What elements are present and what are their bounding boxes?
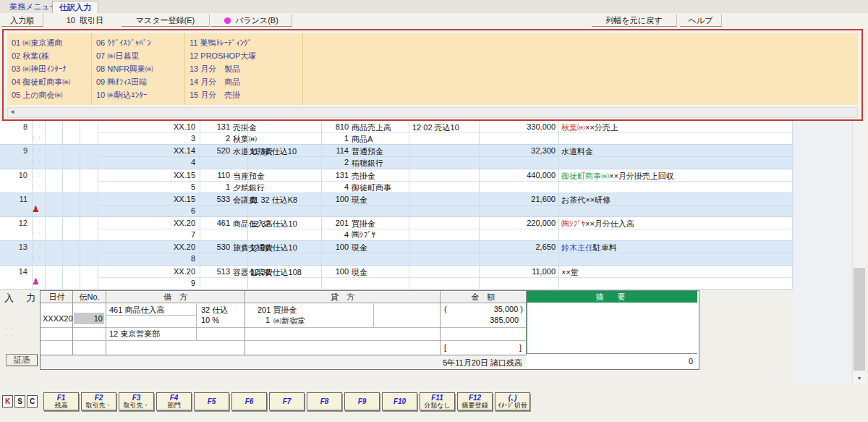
order-value[interactable]: 10 [48, 14, 75, 27]
function-key-F11[interactable]: F11分類なし [420, 392, 455, 410]
entry-seq-number: 4 [122, 158, 195, 166]
fkey-number: F7 [270, 398, 304, 405]
row-number: 10 [0, 171, 27, 180]
tab-bar: 業務メニュー 仕訳入力 [0, 0, 868, 14]
form-date-value[interactable]: XXXX20 [43, 314, 73, 323]
journal-row[interactable]: 13: :: :XX.208530旅費交通費12 32 仕込10100現金2,6… [0, 241, 793, 265]
tax-code: 12 32 仕込108 [250, 267, 302, 278]
lookup-item[interactable]: 09 ㈱ｵﾌｨｽ田端 [96, 75, 180, 88]
row-number: 13 [0, 242, 27, 251]
debit-account-code: 520 [204, 146, 230, 155]
fkey-label: 取引先・ [82, 402, 116, 409]
function-key-F8[interactable]: F8 [307, 392, 342, 410]
side-key-s[interactable]: S [14, 395, 25, 408]
voucher-button[interactable]: 証憑 [6, 354, 38, 366]
lookup-item[interactable]: 03 ㈱神田ｲﾝﾀｰﾅ [12, 62, 87, 75]
function-key-F5[interactable]: F5 [194, 392, 229, 410]
credit-sub-name: 商品A [352, 134, 373, 145]
form-slip-no-value[interactable]: 10 [74, 313, 104, 324]
bracket-close: ] [519, 343, 522, 352]
lookup-item[interactable]: 06 ｳｸﾞｲｽｼﾞｬﾊﾟﾝ [96, 36, 180, 49]
journal-row[interactable]: 11♟XX.156533会議費11 32 仕込K8100現金21,600お茶代×… [0, 193, 793, 217]
lookup-item[interactable]: 01 ㈱東京通商 [12, 36, 87, 49]
fkey-number: F1 [44, 394, 78, 402]
form-credit-account[interactable]: 201 買掛金 [258, 305, 297, 316]
function-key-F12[interactable]: F12摘要登録 [457, 392, 493, 410]
function-key-F4[interactable]: F4部門 [156, 392, 192, 410]
amount: 440,000 [463, 171, 556, 180]
fkey-label: 部門 [157, 402, 191, 409]
journal-row[interactable]: 9: :: :XX.144520水道光熱費11 32 仕込10114普通預金2稲… [0, 145, 793, 169]
fkey-label: 分類なし [420, 402, 454, 409]
function-key-F2[interactable]: F2取引先・ [81, 392, 116, 410]
scroll-down-icon[interactable]: ▼ [853, 373, 866, 384]
scroll-left-icon[interactable]: ◄ [9, 108, 15, 117]
form-amount-line2[interactable]: 385,000 [438, 316, 519, 324]
description-party-name: 秋葉㈱ [561, 123, 585, 132]
journal-row[interactable]: 14♟XX.209513容器包装費12 32 仕込108100現金11,000×… [0, 266, 793, 290]
master-registration-button[interactable]: マスター登録(E) [122, 14, 210, 27]
entry-seq-number: 9 [122, 279, 195, 287]
function-key-F9[interactable]: F9 [344, 392, 380, 410]
row-dots: : : [33, 219, 42, 226]
row-dots: : : [33, 123, 42, 130]
lookup-item[interactable]: 11 巣鴨ﾄﾚｰﾃﾞｨﾝｸﾞ [190, 36, 298, 49]
journal-row[interactable]: 12: :: :XX.207461商品仕入高12 32 仕込10201買掛金4㈱… [0, 217, 793, 241]
function-key-[interactable]: (､)ｲﾒｰｼﾞ切替 [495, 392, 530, 410]
function-key-F1[interactable]: F1残高 [43, 392, 79, 410]
entry-seq-number: 6 [122, 206, 195, 215]
form-department-line[interactable]: 12 東京営業部 [109, 329, 160, 339]
fkey-number: F3 [119, 394, 153, 402]
lookup-item[interactable]: 10 ㈱駒込ｴﾝﾀｰ [96, 88, 180, 101]
lookup-item[interactable]: 14 月分 商品 [190, 75, 298, 88]
form-amount-line1[interactable]: 35,000 ) [442, 305, 523, 313]
input-order-button[interactable]: 入力順 [1, 14, 43, 27]
vertical-scrollbar[interactable]: ▼ [852, 121, 866, 384]
function-key-F10[interactable]: F10 [382, 392, 417, 410]
journal-row[interactable]: 8: :: :XX.103131売掛金2秋葉㈱810商品売上高1商品A12 02… [0, 121, 793, 145]
restore-column-width-button[interactable]: 列幅を元に戻す [592, 14, 677, 27]
credit-sub-name: ㈱ｼﾌﾞﾔ [352, 230, 375, 239]
credit-account-name: 現金 [352, 242, 367, 253]
form-balance-value-row: 0 [527, 353, 697, 369]
fkey-number: F11 [420, 394, 454, 402]
row-number: 9 [0, 146, 27, 155]
row-dots: : : [33, 254, 42, 261]
balance-button[interactable]: バランス(B) [211, 14, 292, 27]
lookup-panel: 01 ㈱東京通商02 秋葉(株03 ㈱神田ｲﾝﾀｰﾅ04 御徒町商事㈱05 上の… [2, 29, 863, 121]
lookup-hscrollbar[interactable]: ◄ [7, 107, 858, 118]
row-dots: : : [33, 243, 42, 250]
lookup-item[interactable]: 07 ㈱日暮里 [96, 49, 180, 62]
function-key-F3[interactable]: F3取引先・ [119, 392, 154, 410]
description: ㈱ｼﾌﾞﾔ××月分仕入高 [561, 219, 634, 229]
scrollbar-thumb[interactable] [854, 268, 865, 371]
side-key-c[interactable]: C [27, 395, 38, 408]
debit-account-code: 533 [204, 195, 230, 203]
credit-sub-code: 2 [323, 158, 349, 166]
lookup-item[interactable]: 13 月分 製品 [190, 62, 298, 75]
form-summary-area[interactable] [527, 303, 697, 353]
lookup-item[interactable]: 05 上の商会㈱ [12, 88, 87, 101]
lookup-item[interactable]: 02 秋葉(株 [12, 49, 87, 62]
credit-account-code: 201 [323, 219, 349, 227]
divider [41, 327, 527, 328]
form-header-summary: 摘 要 [527, 291, 697, 303]
amount: 32,300 [463, 146, 556, 155]
lookup-item[interactable]: 04 御徒町商事㈱ [12, 75, 87, 88]
side-key-k[interactable]: K [2, 395, 13, 408]
function-key-F7[interactable]: F7 [269, 392, 305, 410]
lookup-filler [303, 33, 858, 105]
lookup-item[interactable]: 12 PROSHOP大塚 [190, 49, 298, 62]
tab-journal-entry[interactable]: 仕訳入力 [52, 1, 98, 13]
row-number: 12 [0, 219, 27, 227]
lookup-item[interactable]: 15 月分 売掛 [190, 88, 298, 101]
description-party-name: ㈱ｼﾌﾞﾔ [561, 219, 585, 228]
function-key-F6[interactable]: F6 [231, 392, 267, 410]
balance-dot-icon [224, 17, 231, 24]
help-button[interactable]: ヘルプ [680, 14, 722, 27]
lookup-item[interactable]: 08 NNFR興業㈱ [96, 62, 180, 75]
journal-row[interactable]: 10: :: :XX.155110当座預金1夕焼銀行131売掛金4御徒町商事44… [0, 169, 793, 193]
row-marker-icon: ♟ [32, 204, 40, 214]
form-debit-account[interactable]: 461 商品仕入高 [109, 305, 164, 316]
description: 鈴木主任駐車料 [561, 242, 617, 253]
